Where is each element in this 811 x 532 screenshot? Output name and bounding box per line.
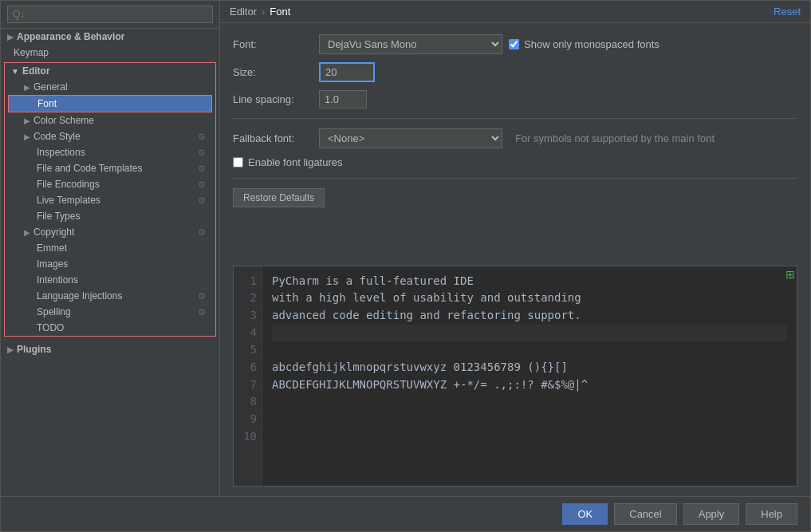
sidebar-item-font[interactable]: Font	[9, 96, 211, 112]
fallback-font-select[interactable]: <None>	[319, 128, 502, 148]
sidebar-item-todo[interactable]: TODO	[5, 320, 215, 336]
ligatures-row: Enable font ligatures	[233, 156, 797, 168]
fallback-font-row: Fallback font: <None> For symbols not su…	[233, 128, 797, 148]
line-num: 9	[240, 411, 257, 428]
sidebar-item-spelling[interactable]: Spelling	[5, 304, 215, 320]
chevron-right-icon: ▶	[7, 33, 14, 41]
show-monospaced-checkbox[interactable]	[509, 39, 519, 49]
sidebar-item-general[interactable]: ▶ General	[5, 79, 215, 95]
sidebar-item-inspections[interactable]: Inspections	[5, 144, 215, 160]
line-num: 10	[240, 428, 257, 446]
sidebar-item-keymap[interactable]: Keymap	[1, 45, 219, 61]
font-label: Font:	[233, 38, 313, 50]
search-input[interactable]	[7, 6, 213, 23]
chevron-right-icon-code: ▶	[24, 132, 30, 141]
preview-line-1: PyCharm is a full-featured IDE	[272, 274, 474, 287]
sidebar-item-editor[interactable]: ▼ Editor	[5, 63, 215, 79]
line-num: 4	[240, 325, 257, 342]
fallback-hint: For symbols not supported by the main fo…	[515, 132, 715, 144]
line-num: 8	[240, 393, 257, 411]
preview-area: 1 2 3 4 5 6 7 8 9 10 PyCharm is a full-f…	[233, 266, 797, 487]
sidebar-item-copyright[interactable]: ▶ Copyright	[5, 224, 215, 240]
sidebar-item-plugins[interactable]: ▶ Plugins	[1, 341, 219, 357]
breadcrumb: Editor › Font Reset	[220, 1, 810, 23]
sidebar-item-file-types[interactable]: File Types	[5, 208, 215, 224]
line-num: 1	[240, 273, 257, 290]
font-select[interactable]: DejaVu Sans Mono	[319, 34, 502, 54]
preview-line-3: advanced code editing and refactoring su…	[272, 309, 581, 321]
restore-defaults-row: Restore Defaults	[233, 188, 797, 207]
line-num: 5	[240, 341, 257, 359]
main-content: Editor › Font Reset Font: DejaVu Sans Mo…	[220, 1, 810, 496]
corner-icon: ⊞	[785, 268, 795, 281]
sidebar-item-emmet[interactable]: Emmet	[5, 240, 215, 256]
line-spacing-label: Line spacing:	[233, 93, 313, 105]
chevron-down-icon: ▼	[11, 67, 19, 76]
editor-group-box: ▼ Editor ▶ General Font ▶ Color Scheme	[4, 62, 216, 337]
line-num: 3	[240, 307, 257, 325]
font-row: Font: DejaVu Sans Mono Show only monospa…	[233, 34, 797, 54]
show-monospaced-row: Show only monospaced fonts	[509, 38, 659, 50]
sidebar-item-file-encodings[interactable]: File Encodings	[5, 176, 215, 192]
apply-button[interactable]: Apply	[683, 503, 740, 525]
sidebar-item-color-scheme[interactable]: ▶ Color Scheme	[5, 112, 215, 128]
chevron-right-icon-plugins: ▶	[7, 345, 14, 354]
cancel-button[interactable]: Cancel	[614, 503, 676, 525]
breadcrumb-part2: Font	[270, 6, 290, 18]
line-spacing-row: Line spacing:	[233, 90, 797, 108]
sidebar-item-code-style[interactable]: ▶ Code Style	[5, 128, 215, 144]
dialog-footer: OK Cancel Apply Help	[1, 496, 810, 531]
enable-ligatures-label: Enable font ligatures	[248, 156, 343, 168]
sidebar-item-live-templates[interactable]: Live Templates	[5, 192, 215, 208]
reset-button[interactable]: Reset	[774, 6, 801, 18]
size-row: Size:	[233, 62, 797, 82]
sidebar-item-language-injections[interactable]: Language Injections	[5, 288, 215, 304]
line-num: 7	[240, 376, 257, 394]
sidebar-item-appearance[interactable]: ▶ Appearance & Behavior	[1, 29, 219, 45]
help-button[interactable]: Help	[746, 503, 797, 525]
preview-code: PyCharm is a full-featured IDE with a hi…	[262, 266, 797, 487]
preview-line-4	[272, 325, 787, 342]
enable-ligatures-checkbox[interactable]	[233, 157, 243, 167]
chevron-right-icon-color: ▶	[24, 116, 30, 125]
divider1	[233, 118, 797, 119]
size-input[interactable]	[319, 62, 375, 82]
breadcrumb-separator: ›	[262, 6, 265, 18]
ok-button[interactable]: OK	[562, 503, 608, 525]
settings-panel: Font: DejaVu Sans Mono Show only monospa…	[220, 23, 810, 266]
search-box[interactable]	[1, 1, 219, 29]
breadcrumb-part1: Editor	[230, 6, 257, 18]
size-label: Size:	[233, 66, 313, 78]
font-selected-box: Font	[8, 95, 212, 112]
line-spacing-input[interactable]	[319, 90, 367, 108]
preview-line-6: ABCDEFGHIJKLMNOPQRSTUVWXYZ +-*/= .,;:!? …	[272, 378, 588, 391]
divider2	[233, 178, 797, 179]
chevron-right-icon-general: ▶	[24, 83, 30, 92]
line-numbers: 1 2 3 4 5 6 7 8 9 10	[234, 266, 262, 487]
line-num: 6	[240, 359, 257, 376]
chevron-right-icon-copyright: ▶	[24, 228, 30, 237]
line-num: 2	[240, 290, 257, 307]
dialog-body: ▶ Appearance & Behavior Keymap ▼ Editor …	[1, 1, 810, 496]
restore-defaults-button[interactable]: Restore Defaults	[233, 188, 325, 207]
preview-line-5: abcdefghijklmnopqrstuvwxyz 0123456789 ()…	[272, 361, 568, 373]
sidebar: ▶ Appearance & Behavior Keymap ▼ Editor …	[1, 1, 220, 496]
sidebar-item-file-code-templates[interactable]: File and Code Templates	[5, 160, 215, 176]
settings-dialog: ▶ Appearance & Behavior Keymap ▼ Editor …	[0, 0, 811, 532]
fallback-font-label: Fallback font:	[233, 132, 313, 144]
sidebar-item-intentions[interactable]: Intentions	[5, 272, 215, 288]
sidebar-item-images[interactable]: Images	[5, 256, 215, 272]
show-monospaced-label: Show only monospaced fonts	[524, 38, 659, 50]
preview-line-2: with a high level of usability and outst…	[272, 291, 581, 304]
